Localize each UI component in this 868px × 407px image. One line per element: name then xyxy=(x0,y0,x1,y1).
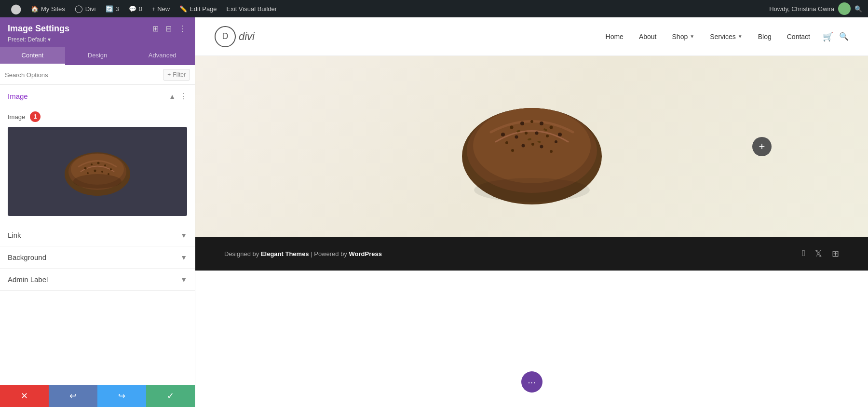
svg-point-24 xyxy=(515,135,518,138)
svg-point-32 xyxy=(540,145,543,148)
instagram-icon[interactable]: ⊞ xyxy=(832,248,839,259)
link-section-header[interactable]: Link ▼ xyxy=(0,224,195,246)
add-module-button[interactable]: + xyxy=(752,137,772,156)
search-input[interactable] xyxy=(5,71,159,79)
nav-blog[interactable]: Blog xyxy=(751,29,778,44)
edit-page-item[interactable]: ✏️ Edit Page xyxy=(175,0,221,17)
divi-item[interactable]: ◯ Divi xyxy=(70,0,101,17)
svg-point-25 xyxy=(525,132,528,135)
admin-label-section-header[interactable]: Admin Label ▼ xyxy=(0,269,195,290)
dots-menu-button[interactable]: ··· xyxy=(521,371,542,393)
panel-preset[interactable]: Preset: Default ▾ xyxy=(8,36,187,43)
footer-social:  𝕏 ⊞ xyxy=(802,248,839,259)
redo-button[interactable]: ↪ xyxy=(97,385,146,407)
divi-label: Divi xyxy=(85,5,96,13)
svg-point-12 xyxy=(73,174,122,189)
image-field: Image 1 xyxy=(0,108,195,224)
site-logo-icon: D xyxy=(215,26,236,47)
preview-area: D divi Home About Shop ▼ Services ▼ Blog… xyxy=(195,17,868,407)
designed-by-label: Designed by xyxy=(224,250,261,258)
search-icon[interactable]: 🔍 xyxy=(854,5,862,13)
svg-point-26 xyxy=(535,131,538,135)
powered-by-label: Powered by xyxy=(314,250,349,258)
nav-services[interactable]: Services ▼ xyxy=(703,29,749,44)
nav-home[interactable]: Home xyxy=(599,29,630,44)
svg-point-21 xyxy=(549,125,553,129)
more-icon[interactable]: ⋮ xyxy=(177,23,187,34)
exit-builder-item[interactable]: Exit Visual Builder xyxy=(222,0,282,17)
divi-icon: ◯ xyxy=(75,4,83,13)
twitter-icon[interactable]: 𝕏 xyxy=(815,248,822,259)
image-label-row: Image 1 xyxy=(8,111,187,122)
extra-space: ··· xyxy=(195,271,868,407)
facebook-icon[interactable]:  xyxy=(802,248,805,259)
logo-letter: D xyxy=(222,31,229,41)
admin-label-collapse-icon[interactable]: ▼ xyxy=(180,276,187,284)
admin-bar-right: Howdy, Christina Gwira 🔍 xyxy=(769,2,862,15)
counter-item[interactable]: 🔄 3 xyxy=(101,0,124,17)
counter-label: 3 xyxy=(116,5,119,13)
shop-chevron: ▼ xyxy=(690,34,694,39)
svg-point-9 xyxy=(94,169,96,172)
filter-button[interactable]: + Filter xyxy=(163,69,190,81)
image-badge: 1 xyxy=(30,111,41,122)
save-button[interactable]: ✓ xyxy=(146,385,195,407)
image-options-icon[interactable]: ⋮ xyxy=(179,92,187,101)
panel-title-row: Image Settings ⊞ ⊟ ⋮ xyxy=(8,23,187,34)
svg-point-33 xyxy=(550,150,553,153)
panel-tabs: Content Design Advanced xyxy=(0,47,195,65)
nav-about[interactable]: About xyxy=(632,29,664,44)
site-nav-links: Home About Shop ▼ Services ▼ Blog Contac… xyxy=(599,29,849,44)
content-area: + Designed by Elegant Themes | Powered b… xyxy=(195,56,868,407)
counter-icon: 🔄 xyxy=(106,5,113,13)
panel-actions: ✕ ↩ ↪ ✓ xyxy=(0,385,195,407)
svg-point-6 xyxy=(104,164,106,166)
svg-point-23 xyxy=(505,141,508,144)
nav-shop[interactable]: Shop ▼ xyxy=(665,29,702,44)
svg-point-10 xyxy=(101,171,103,173)
avatar xyxy=(838,2,851,15)
bread-main-image xyxy=(455,79,609,214)
cancel-button[interactable]: ✕ xyxy=(0,385,49,407)
panel-title: Image Settings xyxy=(8,24,69,34)
svg-point-30 xyxy=(521,144,525,147)
link-collapse-icon[interactable]: ▼ xyxy=(180,231,187,239)
resize-icon[interactable]: ⊞ xyxy=(151,23,160,34)
filter-label: Filter xyxy=(173,71,186,78)
left-panel: Image Settings ⊞ ⊟ ⋮ Preset: Default ▾ C… xyxy=(0,17,195,407)
tab-design[interactable]: Design xyxy=(65,47,130,65)
background-collapse-icon[interactable]: ▼ xyxy=(180,254,187,261)
image-collapse-icon[interactable]: ▲ xyxy=(169,93,176,100)
site-search-icon[interactable]: 🔍 xyxy=(839,32,849,41)
my-sites-label: My Sites xyxy=(41,5,65,13)
footer-text: Designed by Elegant Themes | Powered by … xyxy=(224,250,382,258)
panel-header: Image Settings ⊞ ⊟ ⋮ Preset: Default ▾ xyxy=(0,17,195,47)
svg-point-27 xyxy=(546,135,549,137)
image-section-controls: ▲ ⋮ xyxy=(169,92,187,101)
tab-content[interactable]: Content xyxy=(0,47,65,65)
comments-item[interactable]: 💬 0 xyxy=(124,0,147,17)
filter-icon: + xyxy=(167,71,171,78)
panel-content: Image ▲ ⋮ Image 1 xyxy=(0,85,195,385)
wordpress-label[interactable]: WordPress xyxy=(349,250,381,258)
image-preview[interactable] xyxy=(8,127,187,216)
link-section-title: Link xyxy=(8,231,21,239)
link-section: Link ▼ xyxy=(0,224,195,246)
comments-label: 0 xyxy=(139,5,142,13)
elegant-themes-label[interactable]: Elegant Themes xyxy=(261,250,309,258)
cart-icon[interactable]: 🛒 xyxy=(823,31,833,42)
my-sites-item[interactable]: 🏠 My Sites xyxy=(26,0,70,17)
new-item[interactable]: + New xyxy=(147,0,175,17)
image-section-header[interactable]: Image ▲ ⋮ xyxy=(0,85,195,108)
background-section-header[interactable]: Background ▼ xyxy=(0,246,195,268)
site-nav: D divi Home About Shop ▼ Services ▼ Blog… xyxy=(195,17,868,56)
columns-icon[interactable]: ⊟ xyxy=(164,23,173,34)
tab-advanced[interactable]: Advanced xyxy=(130,47,195,65)
wp-logo-item[interactable]: ⬤ xyxy=(6,0,26,17)
bread-image-wrapper xyxy=(455,79,609,214)
bread-thumbnail xyxy=(59,140,136,203)
svg-point-17 xyxy=(510,125,513,129)
undo-button[interactable]: ↩ xyxy=(49,385,97,407)
background-section-title: Background xyxy=(8,253,46,261)
nav-contact[interactable]: Contact xyxy=(780,29,817,44)
